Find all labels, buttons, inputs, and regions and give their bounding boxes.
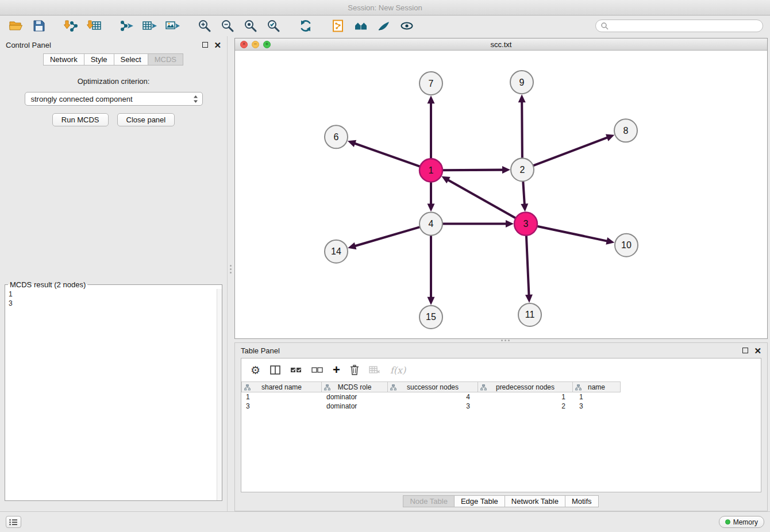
- table-tab-motifs[interactable]: Motifs: [565, 495, 599, 507]
- graph-edge-1-2[interactable]: [442, 170, 503, 171]
- zoom-out-button[interactable]: [218, 17, 237, 34]
- zoom-in-icon: [198, 19, 211, 33]
- close-control-panel-icon[interactable]: ✕: [214, 41, 221, 49]
- run-mcds-button[interactable]: Run MCDS: [52, 113, 109, 126]
- column-header-predecessor-nodes[interactable]: predecessor nodes: [478, 381, 573, 392]
- status-bar: Memory: [0, 511, 770, 532]
- table-panel-header: Table Panel ✕: [235, 343, 767, 358]
- zoom-in-button[interactable]: [195, 17, 214, 34]
- export-network-button[interactable]: [117, 17, 136, 34]
- graph-edge-2-3[interactable]: [523, 181, 525, 205]
- graph-edge-arrowhead: [606, 134, 614, 141]
- search-input[interactable]: [611, 22, 758, 30]
- close-table-panel-icon[interactable]: ✕: [754, 346, 761, 355]
- delete-columns-button[interactable]: [350, 365, 359, 375]
- table-panel-title: Table Panel: [241, 346, 280, 355]
- create-column-button[interactable]: +: [333, 364, 340, 376]
- table-cell: 3: [388, 402, 479, 411]
- control-tab-style[interactable]: Style: [84, 53, 114, 65]
- network-window-titlebar: × − + scc.txt: [235, 38, 767, 51]
- table-cell: 1: [479, 392, 575, 402]
- close-window-icon[interactable]: ×: [240, 41, 248, 48]
- column-header-MCDS-role[interactable]: MCDS role: [321, 381, 388, 392]
- function-builder-label: f(x): [390, 365, 406, 376]
- network-canvas[interactable]: 7968124314101511: [235, 51, 767, 338]
- attribute-table-box: ⚙ + f(x) shared nameMCDS rolesuccessor n…: [241, 358, 761, 492]
- table-row[interactable]: 1dominator411: [241, 392, 761, 402]
- select-all-columns-button[interactable]: [290, 366, 302, 374]
- eye-icon: [400, 19, 414, 33]
- export-group: [117, 17, 182, 34]
- control-tab-mcds[interactable]: MCDS: [148, 53, 183, 65]
- network-overview-button[interactable]: [329, 17, 347, 34]
- import-table-icon: [87, 19, 102, 33]
- unselect-all-columns-button[interactable]: [311, 366, 323, 374]
- export-table-button[interactable]: [140, 17, 159, 34]
- column-header-name[interactable]: name: [572, 381, 621, 392]
- network-window-title: scc.txt: [235, 40, 767, 49]
- right-column: × − + scc.txt 7968124314101511 Table Pan…: [234, 36, 770, 511]
- network-graph-svg: 7968124314101511: [235, 51, 767, 338]
- control-tab-select[interactable]: Select: [114, 53, 148, 65]
- graph-edge-3-11[interactable]: [526, 236, 529, 296]
- graph-edge-2-8[interactable]: [533, 137, 608, 165]
- open-folder-icon: [9, 19, 24, 33]
- table-header-row: shared nameMCDS rolesuccessor nodesprede…: [241, 381, 761, 392]
- titlebar: Session: New Session: [0, 0, 770, 16]
- window-title: Session: New Session: [348, 3, 422, 12]
- minimize-window-icon[interactable]: −: [252, 41, 259, 48]
- import-table-button[interactable]: [85, 17, 103, 34]
- graph-edge-4-14[interactable]: [355, 227, 420, 246]
- memory-button[interactable]: Memory: [719, 516, 764, 528]
- open-session-button[interactable]: [7, 17, 25, 34]
- table-tab-edge-table[interactable]: Edge Table: [454, 495, 505, 507]
- vertical-splitter-handle[interactable]: [230, 265, 232, 273]
- float-panel-icon[interactable]: [202, 42, 208, 48]
- table-tab-node-table[interactable]: Node Table: [403, 495, 455, 507]
- graph-node-label-3: 3: [523, 219, 529, 229]
- table-settings-button[interactable]: ⚙: [251, 365, 260, 376]
- first-neighbors-button[interactable]: [352, 17, 370, 34]
- zoom-window-icon[interactable]: +: [263, 41, 271, 48]
- export-image-button[interactable]: [163, 17, 182, 34]
- zoom-fit-button[interactable]: [241, 17, 260, 34]
- graph-node-label-15: 15: [426, 312, 436, 322]
- style-brush-button[interactable]: [375, 17, 393, 34]
- show-columns-button[interactable]: [270, 365, 280, 375]
- graph-node-label-14: 14: [331, 246, 341, 256]
- float-table-panel-icon[interactable]: [742, 348, 748, 353]
- table-tabs: Node TableEdge TableNetwork TableMotifs: [235, 492, 767, 511]
- close-panel-button[interactable]: Close panel: [117, 113, 175, 126]
- control-tab-network[interactable]: Network: [43, 53, 84, 65]
- save-session-button[interactable]: [30, 17, 48, 34]
- horizontal-splitter-handle[interactable]: [501, 340, 510, 341]
- graph-edge-3-1[interactable]: [448, 180, 516, 218]
- mcds-result-box: MCDS result (2 nodes) 1 3: [5, 280, 222, 501]
- table-row[interactable]: 3dominator323: [241, 402, 761, 411]
- horizontal-splitter[interactable]: [234, 339, 768, 342]
- status-list-button[interactable]: [6, 516, 21, 528]
- column-header-successor-nodes[interactable]: successor nodes: [387, 381, 478, 392]
- brush-swoosh-icon: [377, 19, 391, 33]
- graph-node-label-4: 4: [429, 219, 434, 229]
- table-tab-network-table[interactable]: Network Table: [505, 495, 565, 507]
- table-cell: 1: [575, 392, 623, 402]
- criterion-dropdown[interactable]: strongly connected component: [25, 92, 203, 106]
- table-cell: 1: [241, 392, 322, 402]
- dropdown-arrows-icon: [193, 95, 198, 103]
- graph-edge-2-9[interactable]: [522, 101, 522, 158]
- show-graphics-details-button[interactable]: [398, 17, 416, 34]
- table-toolbar: ⚙ + f(x): [241, 358, 761, 381]
- graph-edge-1-6[interactable]: [354, 143, 420, 167]
- vertical-splitter[interactable]: [228, 36, 234, 511]
- toolbar-search[interactable]: [595, 20, 763, 32]
- apply-layout-button[interactable]: [297, 17, 315, 34]
- network-page-icon: [331, 19, 345, 33]
- result-scrollbar[interactable]: [217, 289, 222, 500]
- column-header-shared-name[interactable]: shared name: [241, 381, 322, 392]
- zoom-selected-button[interactable]: [264, 17, 283, 34]
- graph-edge-3-10[interactable]: [537, 226, 608, 241]
- import-network-button[interactable]: [62, 17, 80, 34]
- network-window: × − + scc.txt 7968124314101511: [234, 38, 768, 339]
- graph-edge-arrowhead: [502, 166, 510, 174]
